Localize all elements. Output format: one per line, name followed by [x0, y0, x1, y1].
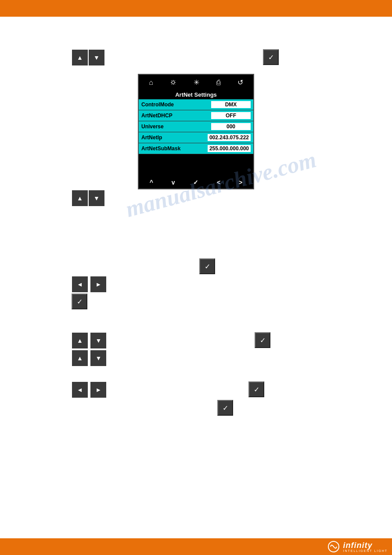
left-button-2[interactable]: ◄: [72, 382, 88, 398]
right-button-1[interactable]: ►: [90, 276, 106, 292]
up-button-2[interactable]: ▲: [72, 190, 88, 206]
left-button-1[interactable]: ◄: [72, 276, 88, 292]
universe-label: Universe: [141, 123, 164, 130]
down-button-1[interactable]: ▼: [89, 50, 104, 65]
confirm-button-1[interactable]: ✓: [263, 49, 279, 65]
up-button-1[interactable]: ▲: [72, 50, 88, 65]
lr-group-bottom[interactable]: ◄ ►: [72, 381, 107, 398]
check-button-center-bottom[interactable]: ✓: [217, 400, 233, 416]
artnet-submask-row: ArtNetSubMask 255.000.000.000: [139, 143, 253, 154]
reset-icon[interactable]: ↺: [237, 78, 243, 87]
asterisk-icon[interactable]: ✳: [194, 78, 199, 87]
nav-buttons-top[interactable]: ▲ ▼: [72, 49, 105, 66]
down-button-4[interactable]: ▼: [90, 350, 106, 366]
screen-nav-bar: ⌂ ⛭ ✳ ⎙ ↺: [139, 75, 253, 90]
nav-buttons-2[interactable]: ▲ ▼: [72, 190, 105, 207]
settings-icon[interactable]: ⛭: [170, 79, 177, 87]
screen-confirm-btn[interactable]: ✓: [193, 179, 198, 186]
control-mode-value: DMX: [211, 101, 251, 108]
artnet-dhcp-row: ArtNetDHCP OFF: [139, 110, 253, 121]
check-button-mid[interactable]: ✓: [199, 258, 215, 274]
universe-value: 000: [211, 123, 251, 130]
lr-check-group[interactable]: ◄ ► ✓: [72, 276, 107, 309]
logo-text: infinity: [343, 541, 372, 550]
artnet-submask-label: ArtNetSubMask: [141, 145, 180, 152]
artnet-ip-value: 002.243.075.222: [208, 134, 251, 141]
top-bar: [0, 0, 392, 17]
down-button-3[interactable]: ▼: [90, 333, 106, 348]
screen-bottom-nav: ^ v ✓ < >: [139, 176, 253, 189]
confirm-button-3[interactable]: ✓: [72, 294, 87, 309]
check-button-right-1[interactable]: ✓: [255, 332, 270, 348]
right-button-2[interactable]: ►: [90, 382, 106, 398]
up-button-3[interactable]: ▲: [72, 333, 88, 348]
control-mode-row: ControlMode DMX: [139, 99, 253, 110]
screen-title: ArtNet Settings: [139, 90, 253, 99]
screen-down-btn[interactable]: v: [172, 179, 175, 186]
screen-right-btn[interactable]: >: [239, 179, 242, 186]
control-mode-label: ControlMode: [141, 102, 174, 108]
artnet-submask-value: 255.000.000.000: [208, 145, 251, 152]
artnet-ip-row: ArtNetIp 002.243.075.222: [139, 132, 253, 143]
confirm-button-5[interactable]: ✓: [248, 381, 264, 397]
screen-left-btn[interactable]: <: [217, 179, 220, 186]
device-screen: ⌂ ⛭ ✳ ⎙ ↺ ArtNet Settings ControlMode DM…: [138, 74, 254, 189]
universe-row: Universe 000: [139, 121, 253, 132]
check-button-right-2[interactable]: ✓: [248, 381, 264, 397]
artnet-ip-label: ArtNetIp: [141, 134, 162, 141]
check-button-top[interactable]: ✓: [263, 49, 279, 65]
confirm-button-2[interactable]: ✓: [199, 258, 215, 274]
up-button-4[interactable]: ▲: [72, 350, 88, 366]
artnet-dhcp-label: ArtNetDHCP: [141, 112, 173, 119]
confirm-button-4[interactable]: ✓: [255, 332, 270, 348]
screen-up-btn[interactable]: ^: [150, 179, 153, 186]
confirm-button-6[interactable]: ✓: [217, 400, 233, 416]
down-button-2[interactable]: ▼: [89, 190, 104, 206]
home-icon[interactable]: ⌂: [149, 79, 153, 87]
infinity-logo-icon: [327, 540, 340, 553]
logo-subtext: INTELLIGENT LIGHT: [343, 549, 388, 552]
network-icon[interactable]: ⎙: [216, 79, 221, 87]
ud-double-group[interactable]: ▲ ▼ ▲ ▼: [72, 332, 107, 366]
logo-area: infinity INTELLIGENT LIGHT: [327, 540, 388, 553]
artnet-dhcp-value: OFF: [211, 112, 251, 119]
